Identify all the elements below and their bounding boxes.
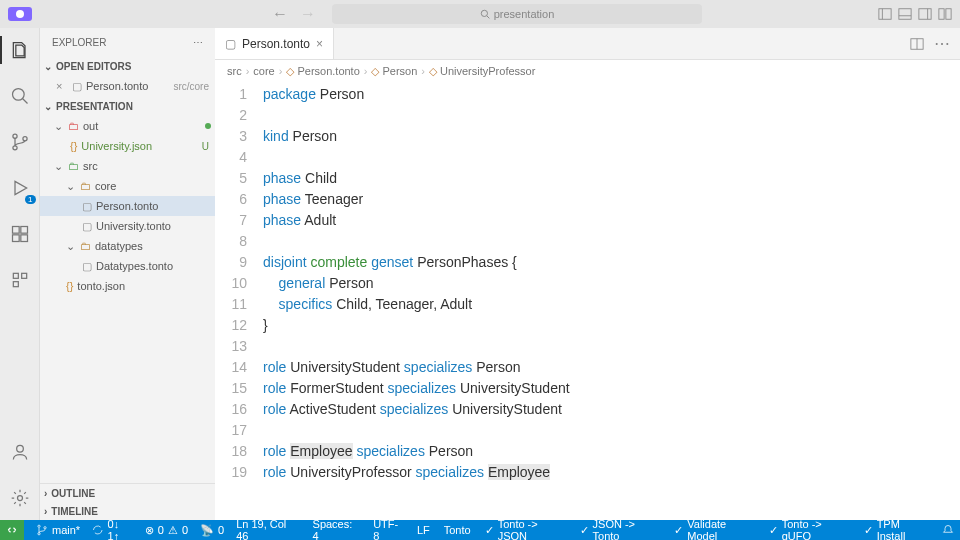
file-university-tonto[interactable]: ▢ University.tonto bbox=[40, 216, 215, 236]
activity-search[interactable] bbox=[6, 82, 34, 110]
file-icon: ▢ bbox=[225, 37, 236, 51]
eol[interactable]: LF bbox=[417, 518, 430, 540]
indentation[interactable]: Spaces: 4 bbox=[313, 518, 360, 540]
activity-account[interactable] bbox=[6, 438, 34, 466]
status-action[interactable]: ✓TPM Install bbox=[864, 518, 928, 540]
problems[interactable]: ⊗0 ⚠0 bbox=[145, 524, 188, 537]
nav-arrows: ← → bbox=[272, 5, 316, 23]
folder-src[interactable]: ⌄🗀 src bbox=[40, 156, 215, 176]
modified-dot-icon bbox=[205, 123, 211, 129]
git-branch[interactable]: main* bbox=[36, 524, 80, 536]
editor-area: ▢ Person.tonto × ⋯ src›core›◇Person.tont… bbox=[215, 28, 960, 520]
breadcrumb-segment[interactable]: ◇UniversityProfessor bbox=[429, 65, 535, 78]
folder-out[interactable]: ⌄🗀 out bbox=[40, 116, 215, 136]
titlebar: ← → presentation bbox=[0, 0, 960, 28]
breadcrumb-segment[interactable]: core bbox=[253, 65, 274, 77]
language-mode[interactable]: Tonto bbox=[444, 518, 471, 540]
ports[interactable]: 📡0 bbox=[200, 524, 224, 537]
svg-point-10 bbox=[12, 89, 24, 101]
activity-settings[interactable] bbox=[6, 484, 34, 512]
git-sync[interactable]: 0↓ 1↑ bbox=[92, 518, 133, 540]
remote-icon bbox=[6, 524, 18, 536]
folder-datatypes[interactable]: ⌄🗀 datatypes bbox=[40, 236, 215, 256]
svg-rect-19 bbox=[13, 273, 18, 278]
status-action[interactable]: ✓Tonto -> JSON bbox=[485, 518, 566, 540]
status-action[interactable]: ✓Tonto -> gUFO bbox=[769, 518, 850, 540]
folder-icon: 🗀 bbox=[80, 240, 91, 252]
file-university-json[interactable]: {} University.json U bbox=[40, 136, 215, 156]
svg-line-1 bbox=[487, 16, 490, 19]
activity-extensions[interactable] bbox=[6, 220, 34, 248]
svg-rect-9 bbox=[946, 9, 951, 20]
svg-point-23 bbox=[17, 496, 22, 501]
tab-bar: ▢ Person.tonto × ⋯ bbox=[215, 28, 960, 60]
layout-icon[interactable] bbox=[938, 7, 952, 21]
open-editor-item[interactable]: × ▢ Person.tonto src/core bbox=[40, 76, 215, 96]
file-tonto-json[interactable]: {} tonto.json bbox=[40, 276, 215, 296]
search-placeholder: presentation bbox=[494, 8, 555, 20]
file-datatypes-tonto[interactable]: ▢ Datatypes.tonto bbox=[40, 256, 215, 276]
remote-indicator[interactable] bbox=[0, 520, 24, 540]
project-header[interactable]: ⌄PRESENTATION bbox=[40, 96, 215, 116]
scm-badge: 1 bbox=[25, 195, 35, 204]
activity-custom[interactable] bbox=[6, 266, 34, 294]
json-icon: {} bbox=[70, 140, 77, 152]
svg-rect-18 bbox=[20, 227, 27, 234]
status-action[interactable]: ✓Validate Model bbox=[674, 518, 754, 540]
breadcrumb-segment[interactable]: ◇Person.tonto bbox=[286, 65, 359, 78]
svg-rect-17 bbox=[20, 235, 27, 242]
cursor-position[interactable]: Ln 19, Col 46 bbox=[236, 518, 298, 540]
svg-point-26 bbox=[38, 525, 40, 527]
file-person-tonto[interactable]: ▢ Person.tonto bbox=[40, 196, 215, 216]
svg-rect-4 bbox=[899, 9, 911, 20]
tab-person-tonto[interactable]: ▢ Person.tonto × bbox=[215, 28, 334, 59]
sidebar: EXPLORER ⋯ ⌄OPEN EDITORS × ▢ Person.tont… bbox=[40, 28, 215, 520]
activity-scm[interactable] bbox=[6, 128, 34, 156]
statusbar: main* 0↓ 1↑ ⊗0 ⚠0 📡0 Ln 19, Col 46 Space… bbox=[0, 520, 960, 540]
extensions-icon bbox=[10, 224, 30, 244]
svg-point-12 bbox=[12, 134, 16, 138]
untracked-badge: U bbox=[202, 141, 209, 152]
symbol-icon: ◇ bbox=[371, 65, 379, 78]
breadcrumb-segment[interactable]: src bbox=[227, 65, 242, 77]
gutter: 12345678910111213141516171819 bbox=[215, 82, 263, 520]
code-content[interactable]: package Person kind Person phase Childph… bbox=[263, 82, 960, 520]
activity-explorer[interactable] bbox=[6, 36, 34, 64]
panel-bottom-icon[interactable] bbox=[898, 7, 912, 21]
command-center[interactable]: presentation bbox=[332, 4, 702, 24]
close-icon[interactable]: × bbox=[316, 37, 323, 51]
window-control-icon[interactable] bbox=[8, 7, 32, 21]
panel-right-icon[interactable] bbox=[918, 7, 932, 21]
symbol-icon: ◇ bbox=[286, 65, 294, 78]
svg-rect-15 bbox=[12, 227, 19, 234]
svg-rect-6 bbox=[919, 9, 931, 20]
svg-rect-20 bbox=[21, 273, 26, 278]
activity-debug[interactable]: 1 bbox=[6, 174, 34, 202]
account-icon bbox=[10, 442, 30, 462]
more-icon[interactable]: ⋯ bbox=[193, 37, 203, 48]
nav-forward-icon: → bbox=[300, 5, 316, 23]
nav-back-icon[interactable]: ← bbox=[272, 5, 288, 23]
sidebar-title: EXPLORER ⋯ bbox=[40, 28, 215, 56]
branch-icon bbox=[10, 132, 30, 152]
panel-left-icon[interactable] bbox=[878, 7, 892, 21]
sync-icon bbox=[92, 524, 103, 536]
folder-icon: 🗀 bbox=[80, 180, 91, 192]
breadcrumb-segment[interactable]: ◇Person bbox=[371, 65, 417, 78]
encoding[interactable]: UTF-8 bbox=[373, 518, 403, 540]
json-icon: {} bbox=[66, 280, 73, 292]
code-editor[interactable]: 12345678910111213141516171819 package Pe… bbox=[215, 82, 960, 520]
outline-header[interactable]: ›OUTLINE bbox=[40, 484, 215, 502]
open-editors-header[interactable]: ⌄OPEN EDITORS bbox=[40, 56, 215, 76]
notifications-icon[interactable] bbox=[942, 518, 954, 540]
status-action[interactable]: ✓JSON -> Tonto bbox=[580, 518, 661, 540]
svg-point-28 bbox=[44, 527, 46, 529]
more-icon[interactable]: ⋯ bbox=[934, 34, 950, 53]
breadcrumb[interactable]: src›core›◇Person.tonto›◇Person›◇Universi… bbox=[215, 60, 960, 82]
svg-rect-21 bbox=[13, 282, 18, 287]
close-icon[interactable]: × bbox=[56, 80, 68, 92]
split-editor-icon[interactable] bbox=[910, 37, 924, 51]
grid-icon bbox=[10, 270, 30, 290]
search-icon bbox=[480, 9, 490, 19]
folder-core[interactable]: ⌄🗀 core bbox=[40, 176, 215, 196]
